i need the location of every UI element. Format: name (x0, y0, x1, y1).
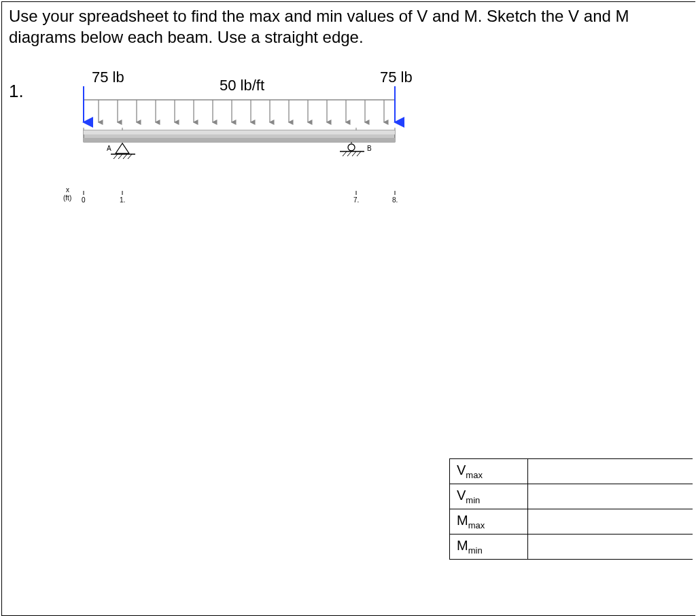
svg-line-31 (128, 154, 132, 159)
tick-8: 8. (392, 196, 398, 204)
table-row: Vmin (450, 484, 693, 509)
vmin-label: Vmin (450, 484, 528, 509)
svg-rect-21 (84, 138, 395, 142)
tick-7: 7. (353, 196, 359, 204)
left-point-load-label: 75 lb (92, 70, 124, 86)
svg-line-36 (343, 151, 347, 156)
beam-diagram: 75 lb 75 lb 50 lb/ft (63, 70, 430, 213)
svg-line-38 (352, 151, 356, 156)
vmax-value[interactable] (528, 459, 693, 484)
table-row: Mmax (450, 509, 693, 535)
mmax-label: Mmax (450, 509, 528, 535)
support-a: A (107, 143, 135, 159)
x-axis-label: x (66, 186, 69, 194)
svg-rect-20 (84, 130, 395, 134)
svg-line-39 (357, 151, 361, 156)
svg-text:B: B (367, 145, 372, 152)
svg-point-33 (348, 144, 355, 151)
mmin-value[interactable] (528, 535, 693, 560)
table-row: Mmin (450, 535, 693, 560)
results-table: Vmax Vmin Mmax Mmin (449, 458, 693, 560)
mmax-value[interactable] (528, 509, 693, 535)
vmin-value[interactable] (528, 484, 693, 509)
svg-text:A: A (107, 145, 111, 152)
instructions-text: Use your spreadsheet to find the max and… (2, 2, 695, 48)
problem-number: 1. (9, 81, 24, 102)
mmin-label: Mmin (450, 535, 528, 560)
tick-0: 0 (82, 196, 86, 204)
support-b: B (340, 142, 372, 156)
table-row: Vmax (450, 459, 693, 484)
svg-line-29 (118, 154, 122, 159)
x-axis-unit: (ft) (63, 194, 71, 202)
svg-line-28 (114, 154, 118, 159)
right-point-load-label: 75 lb (380, 70, 413, 86)
distributed-load-label: 50 lb/ft (220, 77, 264, 94)
tick-1: 1. (120, 196, 125, 204)
svg-line-30 (123, 154, 127, 159)
svg-line-37 (347, 151, 351, 156)
vmax-label: Vmax (450, 459, 528, 484)
